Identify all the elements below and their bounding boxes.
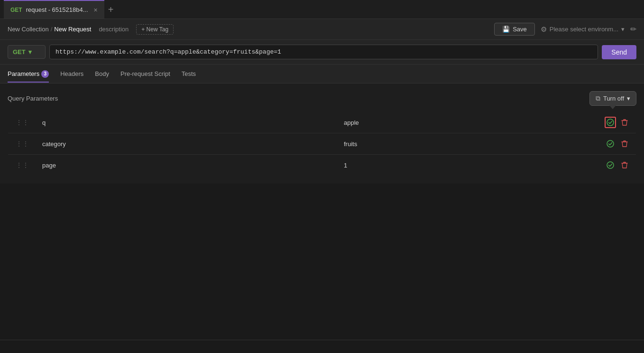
tab-tests-label: Tests bbox=[182, 70, 196, 77]
breadcrumb-current[interactable]: New Request bbox=[54, 26, 91, 33]
param-key-page: page bbox=[42, 162, 56, 169]
query-params-title: Query Parameters bbox=[8, 95, 58, 102]
delete-button-1[interactable] bbox=[619, 117, 630, 128]
param-key-category: category bbox=[42, 140, 66, 148]
table-row: ⋮⋮ category fruits bbox=[8, 133, 636, 155]
url-input[interactable] bbox=[49, 45, 598, 59]
method-label: GET bbox=[13, 48, 26, 56]
checkmark-circle-icon bbox=[607, 161, 614, 169]
tab-bar: GET request - 6515218b4... × + bbox=[0, 0, 644, 19]
tab-prerequest-label: Pre-request Script bbox=[120, 70, 170, 77]
row-actions bbox=[604, 138, 631, 149]
row-actions bbox=[604, 117, 631, 128]
save-icon: 💾 bbox=[502, 26, 510, 33]
tabs-row: Parameters 3 Headers Body Pre-request Sc… bbox=[0, 65, 644, 84]
toggle-enabled-button-2[interactable] bbox=[605, 138, 616, 149]
trash-icon bbox=[621, 119, 628, 126]
edit-icon[interactable]: ✏ bbox=[630, 25, 636, 34]
send-button[interactable]: Send bbox=[602, 45, 636, 59]
toggle-enabled-button-1[interactable] bbox=[605, 117, 616, 128]
turn-off-chevron-icon: ▾ bbox=[627, 95, 630, 102]
close-tab-button[interactable]: × bbox=[94, 6, 98, 14]
query-params-table: ⋮⋮ q apple bbox=[8, 111, 636, 176]
turn-off-button[interactable]: ⧉ Turn off ▾ bbox=[589, 91, 636, 106]
toolbar: New Collection / New Request description… bbox=[0, 19, 644, 40]
param-value-fruits: fruits bbox=[344, 140, 357, 148]
breadcrumb: New Collection / New Request bbox=[8, 26, 91, 33]
turn-off-wrapper: ⧉ Turn off ▾ bbox=[589, 91, 636, 106]
environment-selector[interactable]: ⚙ Please select environm... ▾ bbox=[541, 25, 625, 34]
copy-icon: ⧉ bbox=[596, 94, 600, 102]
drag-handle-icon[interactable]: ⋮⋮ bbox=[14, 119, 31, 126]
new-tab-button[interactable]: + bbox=[104, 5, 118, 14]
checkmark-circle-icon bbox=[607, 140, 614, 148]
bottom-bar bbox=[0, 340, 644, 353]
turn-off-label: Turn off bbox=[603, 95, 624, 102]
checkmark-circle-icon bbox=[607, 119, 614, 126]
param-key-cell: q bbox=[37, 112, 338, 133]
tab-name: request - 6515218b4... bbox=[26, 6, 88, 13]
env-label: Please select environm... bbox=[550, 26, 618, 33]
query-params-header: Query Parameters ⧉ Turn off ▾ bbox=[8, 91, 636, 106]
param-value-cell: fruits bbox=[338, 133, 598, 155]
description-link[interactable]: description bbox=[99, 26, 129, 33]
breadcrumb-separator: / bbox=[51, 26, 53, 33]
save-button[interactable]: 💾 Save bbox=[494, 23, 535, 36]
tab-prerequest[interactable]: Pre-request Script bbox=[120, 65, 170, 82]
svg-point-0 bbox=[607, 119, 614, 126]
param-value-cell: apple bbox=[338, 112, 598, 133]
param-value-cell: 1 bbox=[338, 155, 598, 176]
chevron-down-icon: ▾ bbox=[621, 26, 625, 33]
param-value-apple: apple bbox=[344, 119, 359, 126]
tab-body[interactable]: Body bbox=[95, 65, 109, 82]
row-actions bbox=[604, 159, 631, 171]
method-select[interactable]: GET ▾ bbox=[8, 45, 46, 59]
tab-parameters-badge: 3 bbox=[41, 70, 49, 78]
param-value-1: 1 bbox=[344, 162, 347, 169]
tab-tests[interactable]: Tests bbox=[182, 65, 196, 82]
param-key-q: q bbox=[42, 119, 46, 126]
param-key-cell: page bbox=[37, 155, 338, 176]
active-tab[interactable]: GET request - 6515218b4... × bbox=[4, 0, 104, 19]
param-key-cell: category bbox=[37, 133, 338, 155]
main-content: Query Parameters ⧉ Turn off ▾ ⋮⋮ q apple bbox=[0, 84, 644, 184]
tab-headers-label: Headers bbox=[60, 70, 83, 77]
delete-button-2[interactable] bbox=[619, 138, 630, 149]
svg-point-1 bbox=[607, 140, 614, 147]
drag-handle-icon[interactable]: ⋮⋮ bbox=[14, 161, 31, 169]
table-row: ⋮⋮ q apple bbox=[8, 112, 636, 133]
tab-parameters-label: Parameters bbox=[8, 70, 39, 77]
tab-headers[interactable]: Headers bbox=[60, 65, 83, 82]
toolbar-right: 💾 Save ⚙ Please select environm... ▾ ✏ bbox=[494, 23, 636, 36]
toggle-enabled-button-3[interactable] bbox=[605, 159, 616, 171]
tab-parameters[interactable]: Parameters 3 bbox=[8, 65, 49, 83]
drag-handle-icon[interactable]: ⋮⋮ bbox=[14, 140, 31, 148]
table-row: ⋮⋮ page 1 bbox=[8, 155, 636, 176]
new-tag-button[interactable]: + New Tag bbox=[136, 24, 174, 35]
trash-icon bbox=[621, 161, 628, 169]
env-icon: ⚙ bbox=[541, 25, 547, 34]
svg-point-2 bbox=[607, 162, 614, 168]
tab-body-label: Body bbox=[95, 70, 109, 77]
tab-method-badge: GET bbox=[10, 7, 22, 13]
breadcrumb-collection[interactable]: New Collection bbox=[8, 26, 49, 33]
url-bar: GET ▾ Send bbox=[0, 40, 644, 65]
method-chevron-icon: ▾ bbox=[28, 48, 32, 56]
delete-button-3[interactable] bbox=[619, 159, 630, 171]
trash-icon bbox=[621, 140, 628, 148]
save-label: Save bbox=[513, 26, 527, 33]
